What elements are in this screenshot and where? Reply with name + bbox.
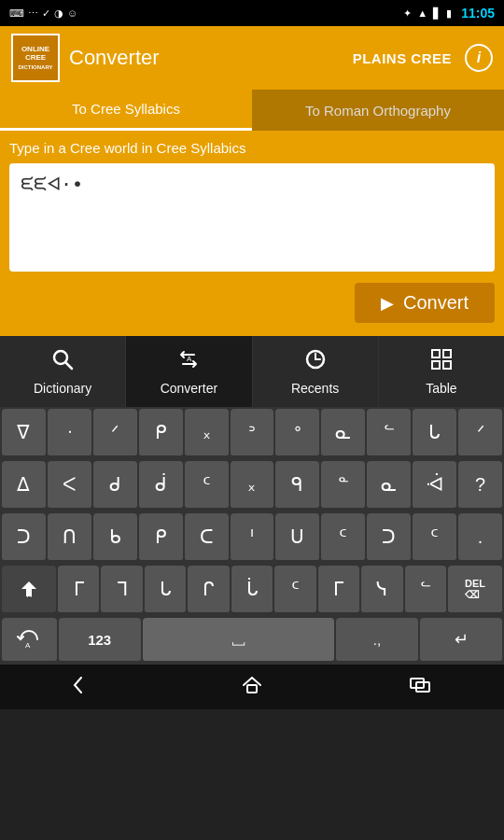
key-27[interactable]: ᑫ [275, 461, 319, 510]
key-44[interactable]: ᒋ [188, 566, 229, 614]
input-prompt: Type in a Cree world in Cree Syllabics [9, 140, 495, 156]
cloud-icon: ⋯ [28, 7, 38, 20]
svg-rect-6 [432, 350, 440, 357]
key-28[interactable]: ᓐ [321, 461, 365, 510]
search-icon [50, 347, 75, 377]
bluetooth-icon: ✦ [403, 7, 412, 20]
space-key[interactable]: ⎵ [143, 618, 334, 663]
key-22[interactable]: ᐸ [48, 461, 91, 510]
key-31[interactable]: ᑐ [2, 513, 46, 562]
key-46[interactable]: ᑦ [274, 566, 315, 614]
key-26[interactable]: ᙮ [231, 461, 274, 510]
key-25[interactable]: ᑦ [185, 461, 229, 510]
key-35[interactable]: ᑕ [185, 513, 229, 562]
logo-text: ONLINECREEDICTIONARY [18, 45, 52, 72]
tab-to-roman[interactable]: To Roman Orthography [252, 90, 504, 131]
key-32[interactable]: ᑎ [48, 513, 91, 562]
key-36[interactable]: ᑊ [231, 513, 274, 562]
key-1[interactable]: ᐁ [2, 409, 46, 457]
convert-button[interactable]: ▶ Convert [355, 283, 495, 323]
app-logo: ONLINECREEDICTIONARY [11, 34, 60, 82]
svg-text:A: A [187, 355, 192, 363]
clock-icon [303, 347, 328, 377]
key-43[interactable]: ᒐ [145, 566, 186, 614]
key-211[interactable]: ? [458, 461, 502, 510]
numbers-key[interactable]: 123 [59, 618, 141, 663]
recents-button[interactable] [390, 666, 450, 708]
key-34[interactable]: ᑭ [139, 513, 183, 562]
key-11[interactable]: ᐟ [458, 409, 502, 457]
enter-key[interactable]: ↵ [420, 618, 502, 663]
app-title: Converter [69, 46, 353, 70]
status-icons: ⌨ ⋯ ✓ ◑ ☺ [9, 7, 77, 20]
nav-recents[interactable]: Recents [253, 336, 379, 407]
key-4[interactable]: ᑭ [139, 409, 183, 457]
cree-input[interactable]: ᙓᙓᐊ·• [9, 163, 495, 272]
key-310[interactable]: ᑦ [413, 513, 456, 562]
key-24[interactable]: ᑰ [139, 461, 183, 510]
lang-switch-key[interactable]: A [2, 618, 57, 663]
back-button[interactable] [54, 666, 114, 708]
converter-icon: A [176, 347, 201, 377]
main-content: Type in a Cree world in Cree Syllabics ᙓ… [0, 131, 504, 336]
nav-dictionary-label: Dictionary [34, 381, 91, 396]
signal-icon: ▋ [433, 7, 441, 20]
nav-dictionary[interactable]: Dictionary [0, 336, 126, 407]
key-39[interactable]: ᑐ [367, 513, 411, 562]
key-29[interactable]: ᓇ [367, 461, 411, 510]
key-48[interactable]: ᓭ [361, 566, 402, 614]
tab-bar: To Cree Syllabics To Roman Orthography [0, 90, 504, 131]
keyboard-row-4: A ᒥ ᒣ ᒐ ᒋ ᒑ ᑦ ᒥ ᓭ ᓪ DEL⌫ [0, 564, 504, 616]
key-38[interactable]: ᑦ [321, 513, 365, 562]
punctuation-key[interactable]: ., [336, 618, 418, 663]
key-2[interactable]: ᐧ [48, 409, 91, 457]
key-37[interactable]: ᑌ [275, 513, 319, 562]
tab-to-syllabics[interactable]: To Cree Syllabics [0, 90, 252, 131]
bottom-nav: Dictionary A Converter Recents [0, 336, 504, 407]
home-button[interactable] [222, 666, 282, 708]
status-bar: ⌨ ⋯ ✓ ◑ ☺ ✦ ▲ ▋ ▮ 11:05 [0, 0, 504, 26]
delete-key[interactable]: DEL⌫ [448, 566, 502, 614]
header-right: PLAINS CREE i [353, 44, 493, 72]
language-label[interactable]: PLAINS CREE [353, 50, 452, 66]
key-41[interactable]: ᒥ [58, 566, 99, 614]
key-5[interactable]: ᙮ [185, 409, 229, 457]
keyboard-bottom-row: A 123 ⎵ ., ↵ [0, 616, 504, 665]
keyboard-icon: ⌨ [9, 7, 24, 20]
shift-key[interactable]: A [2, 566, 56, 614]
battery-icon: ▮ [446, 7, 452, 20]
key-9[interactable]: ᓪ [367, 409, 411, 457]
check-icon: ✓ [42, 7, 50, 20]
convert-row: ▶ Convert [9, 283, 495, 323]
key-33[interactable]: ᑲ [93, 513, 137, 562]
key-21[interactable]: ᐃ [2, 461, 46, 510]
key-42[interactable]: ᒣ [101, 566, 142, 614]
nav-converter[interactable]: A Converter [126, 336, 252, 407]
key-3[interactable]: ᐟ [93, 409, 137, 457]
key-10[interactable]: ᒐ [413, 409, 456, 457]
key-8[interactable]: ᓇ [321, 409, 365, 457]
nav-table[interactable]: Table [379, 336, 504, 407]
svg-rect-8 [432, 361, 440, 369]
face-icon: ☺ [67, 7, 77, 19]
key-311[interactable]: . [458, 513, 502, 562]
key-47[interactable]: ᒥ [318, 566, 359, 614]
nav-recents-label: Recents [291, 381, 339, 396]
key-210[interactable]: ᐙ [413, 461, 456, 510]
svg-rect-9 [443, 361, 451, 369]
key-23[interactable]: ᑯ [93, 461, 137, 510]
key-45[interactable]: ᒑ [231, 566, 273, 614]
table-icon [429, 347, 454, 377]
nav-table-label: Table [426, 381, 456, 396]
svg-rect-7 [443, 350, 451, 357]
svg-text:A: A [25, 641, 31, 650]
info-button[interactable]: i [465, 44, 493, 72]
send-icon: ▶ [381, 293, 394, 314]
keyboard-row-2: ᐃ ᐸ ᑯ ᑰ ᑦ ᙮ ᑫ ᓐ ᓇ ᐙ ? [0, 459, 504, 511]
key-6[interactable]: ᐣ [231, 409, 274, 457]
yin-yang-icon: ◑ [54, 7, 63, 20]
key-49[interactable]: ᓪ [405, 566, 446, 614]
app-header: ONLINECREEDICTIONARY Converter PLAINS CR… [0, 26, 504, 90]
keyboard-row-1: ᐁ ᐧ ᐟ ᑭ ᙮ ᐣ ᐤ ᓇ ᓪ ᒐ ᐟ [0, 407, 504, 459]
key-7[interactable]: ᐤ [275, 409, 319, 457]
